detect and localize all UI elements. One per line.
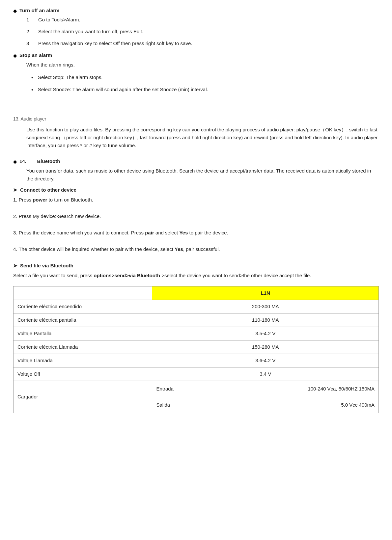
bluetooth-title: Bluetooth — [37, 158, 60, 164]
table-row: Voltaje Llamada 3.6-4.2 V — [14, 354, 379, 367]
cargador-inner-table: Entrada 100-240 Vca, 50/60HZ 150MA — [156, 384, 375, 394]
step-text-1: Go to Tools>Alarm. — [38, 16, 379, 24]
table-row: Voltaje Pantalla 3.5-4.2 V — [14, 327, 379, 340]
salida-inner-table: Salida 5.0 Vcc 400mA — [156, 400, 375, 410]
cargador-label: Cargador — [14, 381, 152, 413]
bluetooth-heading: ◆ 14. Bluetooth — [13, 157, 379, 165]
table-row: Voltaje Off 3.4 V — [14, 367, 379, 381]
table-row: Corriente eléctrica Llamada 150-280 MA — [14, 340, 379, 354]
row-label-0: Corriente eléctrica encendido — [14, 300, 152, 313]
step-num-2: 2 — [26, 28, 38, 36]
stop-bullet-2: • Select Snooze: The alarm will sound ag… — [31, 86, 379, 94]
diamond-icon-3: ◆ — [13, 158, 17, 165]
connect-step-1-num: 1. Press — [13, 197, 33, 202]
row-value-5: 3.4 V — [152, 367, 379, 381]
salida-value: 5.0 Vcc 400mA — [220, 400, 375, 410]
alarm-step-2: 2 Select the alarm you want to turn off,… — [26, 28, 379, 36]
connect-bold-1: power — [33, 197, 47, 202]
connect-heading: ➤ Connect to other device — [13, 186, 379, 194]
stop-alarm-intro: When the alarm rings, — [26, 61, 379, 69]
connect-title: Connect to other device — [20, 187, 76, 193]
audio-description: Use this function to play audio files. B… — [26, 126, 379, 149]
table-header-empty — [14, 286, 152, 300]
step-num-1: 1 — [26, 16, 38, 24]
row-value-4: 3.6-4.2 V — [152, 354, 379, 367]
diamond-icon-1: ◆ — [13, 7, 17, 14]
table-header-model: L1N — [152, 286, 379, 300]
alarm-step-1: 1 Go to Tools>Alarm. — [26, 16, 379, 24]
connect-step-2-text: 2. Press My device>Search new device. — [13, 213, 101, 219]
stop-bullet-text-1: Select Stop: The alarm stops. — [38, 73, 103, 81]
table-row: Corriente eléctrica encendido 200-300 MA — [14, 300, 379, 313]
send-description: Select a file you want to send, press op… — [13, 272, 379, 280]
connect-step-2: 2. Press My device>Search new device. — [13, 212, 379, 220]
send-heading: ➤ Send file via Bluetooth — [13, 262, 379, 270]
turn-off-alarm-heading: ◆ Turn off an alarm — [13, 7, 379, 14]
connect-step-1-after: to turn on Bluetooth. — [47, 197, 93, 202]
turn-off-alarm-section: ◆ Turn off an alarm 1 Go to Tools>Alarm.… — [13, 7, 379, 47]
alarm-step-3: 3 Press the navigation key to select Off… — [26, 40, 379, 47]
row-label-4: Voltaje Llamada — [14, 354, 152, 367]
connect-step-1: 1. Press power to turn on Bluetooth. — [13, 196, 379, 204]
arrow-icon-1: ➤ — [13, 186, 17, 194]
step-text-2: Select the alarm you want to turn off, p… — [38, 28, 379, 36]
table-header-row: L1N — [14, 286, 379, 300]
connect-bold-3b: Yes — [179, 230, 188, 235]
send-bold: options>send>via Bluetooth — [94, 273, 160, 278]
connect-step-4: 4. The other device will be inquired whe… — [13, 245, 379, 253]
connect-bold-4: Yes — [175, 246, 183, 252]
stop-alarm-heading: ◆ Stop an alarm — [13, 51, 379, 59]
salida-label: Salida — [156, 400, 220, 410]
diamond-icon-2: ◆ — [13, 52, 17, 59]
spec-table: L1N Corriente eléctrica encendido 200-30… — [13, 286, 379, 413]
bluetooth-num: 14. — [19, 157, 26, 165]
stop-bullet-1: • Select Stop: The alarm stops. — [31, 73, 379, 82]
entrada-row: Entrada 100-240 Vca, 50/60HZ 150MA — [156, 384, 375, 394]
connect-step-3: 3. Press the device name which you want … — [13, 229, 379, 237]
stop-alarm-title: Stop an alarm — [19, 51, 52, 59]
bluetooth-section: ◆ 14. Bluetooth You can transfer data, s… — [13, 157, 379, 279]
send-title: Send file via Bluetooth — [20, 263, 73, 268]
row-label-5: Voltaje Off — [14, 367, 152, 381]
bullet-dot-2: • — [31, 86, 38, 94]
salida-inner-row: Salida 5.0 Vcc 400mA — [156, 400, 375, 410]
audio-section-label: 13. Audio player — [13, 115, 379, 122]
turn-off-alarm-title: Turn off an alarm — [19, 7, 59, 14]
row-label-3: Corriente eléctrica Llamada — [14, 340, 152, 354]
stop-bullet-text-2: Select Snooze: The alarm will sound agai… — [38, 86, 208, 94]
audio-player-section: 13. Audio player Use this function to pl… — [13, 115, 379, 149]
connect-bold-3a: pair — [145, 230, 154, 235]
row-label-1: Corriente eléctrica pantalla — [14, 313, 152, 327]
row-value-2: 3.5-4.2 V — [152, 327, 379, 340]
row-value-1: 110-180 MA — [152, 313, 379, 327]
row-value-0: 200-300 MA — [152, 300, 379, 313]
entrada-label: Entrada — [156, 384, 201, 394]
bluetooth-description: You can transfer data, such as music to … — [26, 167, 379, 183]
entrada-value: 100-240 Vca, 50/60HZ 150MA — [201, 384, 375, 394]
arrow-icon-2: ➤ — [13, 262, 17, 270]
step-num-3: 3 — [26, 40, 38, 47]
cargador-entrada-row: Cargador Entrada 100-240 Vca, 50/60HZ 15… — [14, 381, 379, 397]
row-label-2: Voltaje Pantalla — [14, 327, 152, 340]
bullet-dot-1: • — [31, 73, 38, 82]
table-row: Corriente eléctrica pantalla 110-180 MA — [14, 313, 379, 327]
stop-alarm-section: ◆ Stop an alarm When the alarm rings, • … — [13, 51, 379, 94]
row-value-3: 150-280 MA — [152, 340, 379, 354]
step-text-3: Press the navigation key to select Off t… — [38, 40, 379, 47]
